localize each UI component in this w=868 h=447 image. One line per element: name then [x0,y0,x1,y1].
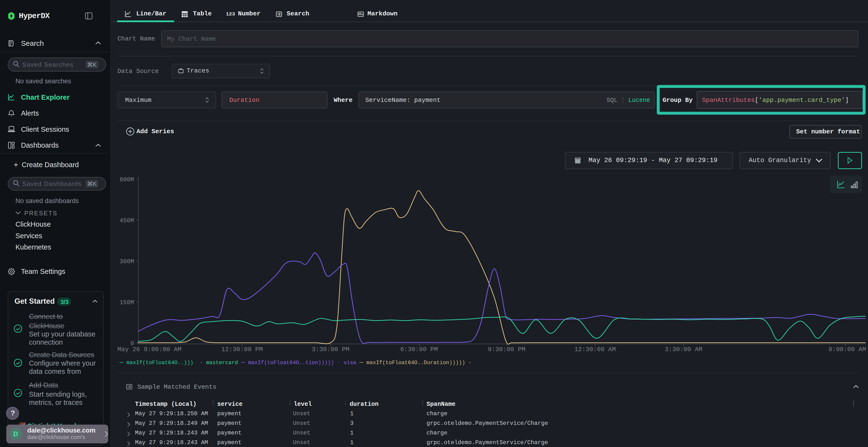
svg-text:150M: 150M [120,299,134,306]
svg-text:300M: 300M [120,258,134,265]
svg-text:12:30:00 PM: 12:30:00 PM [221,346,263,353]
svg-text:9:00:00 AM: 9:00:00 AM [829,346,866,353]
svg-text:600M: 600M [120,176,134,183]
svg-text:450M: 450M [120,217,134,224]
svg-text:6:30:00 PM: 6:30:00 PM [400,346,438,353]
svg-text:9:30:00 PM: 9:30:00 PM [488,346,525,353]
svg-text:May 26 9:00:00 AM: May 26 9:00:00 AM [117,346,181,353]
svg-text:3:30:00 PM: 3:30:00 PM [312,346,349,353]
svg-text:12:30:00 AM: 12:30:00 AM [574,346,616,353]
svg-text:3:30:00 AM: 3:30:00 AM [665,346,702,353]
